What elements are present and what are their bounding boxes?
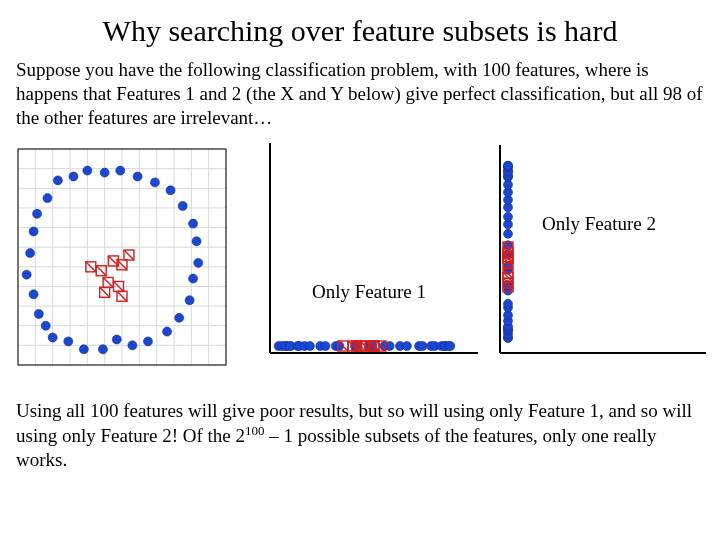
svg-point-56 (41, 321, 50, 330)
chart-2d-scatter (12, 143, 232, 371)
svg-point-107 (446, 342, 455, 351)
svg-point-147 (504, 213, 513, 222)
svg-point-37 (194, 259, 203, 268)
svg-point-48 (53, 176, 62, 185)
conclusion-exponent: 100 (245, 423, 265, 438)
label-only-feature-2: Only Feature 2 (542, 213, 656, 235)
svg-point-40 (178, 202, 187, 211)
svg-point-158 (504, 162, 513, 171)
svg-point-27 (64, 337, 73, 346)
page-title: Why searching over feature subsets is ha… (0, 0, 720, 54)
chart-feature1-strip (262, 139, 482, 373)
svg-point-55 (34, 310, 43, 319)
svg-point-44 (116, 166, 125, 175)
svg-point-34 (175, 314, 184, 323)
svg-point-28 (79, 345, 88, 354)
svg-point-45 (100, 168, 109, 177)
svg-point-41 (166, 186, 175, 195)
svg-point-49 (43, 194, 52, 203)
svg-point-54 (29, 290, 38, 299)
chart-feature2-strip (488, 139, 708, 373)
svg-point-86 (305, 342, 314, 351)
svg-point-30 (112, 335, 121, 344)
svg-point-39 (189, 219, 198, 228)
svg-point-35 (185, 296, 194, 305)
conclusion-paragraph: Using all 100 features will give poor re… (0, 389, 720, 476)
svg-point-53 (22, 270, 31, 279)
svg-point-42 (150, 178, 159, 187)
svg-point-98 (402, 342, 411, 351)
svg-point-46 (83, 166, 92, 175)
svg-point-26 (48, 333, 57, 342)
svg-point-38 (192, 237, 201, 246)
svg-point-138 (504, 300, 513, 309)
svg-point-31 (128, 341, 137, 350)
charts-area: Only Feature 1 Only Feature 2 (12, 139, 708, 389)
svg-point-33 (163, 327, 172, 336)
label-only-feature-1: Only Feature 1 (312, 281, 426, 303)
intro-paragraph: Suppose you have the following classific… (0, 54, 720, 133)
svg-point-145 (504, 230, 513, 239)
svg-point-32 (144, 337, 153, 346)
svg-point-88 (321, 342, 330, 351)
svg-point-29 (98, 345, 107, 354)
svg-point-100 (418, 342, 427, 351)
svg-point-47 (69, 172, 78, 181)
svg-point-36 (189, 274, 198, 283)
svg-point-43 (133, 172, 142, 181)
svg-line-66 (124, 250, 134, 260)
svg-point-50 (33, 210, 42, 219)
svg-point-52 (26, 249, 35, 258)
svg-point-51 (29, 227, 38, 236)
